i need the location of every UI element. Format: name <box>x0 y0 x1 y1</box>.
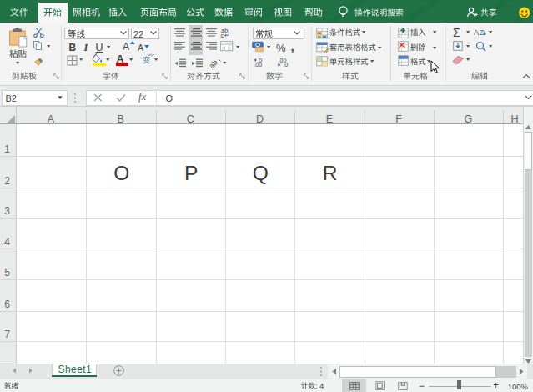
svg-text:c: c <box>221 31 224 38</box>
svg-text:.0: .0 <box>283 62 288 67</box>
svg-text:ab: ab <box>209 58 219 68</box>
svg-text:A: A <box>474 28 479 36</box>
svg-text:.00: .00 <box>254 62 262 67</box>
svg-text:Z: Z <box>480 28 485 36</box>
